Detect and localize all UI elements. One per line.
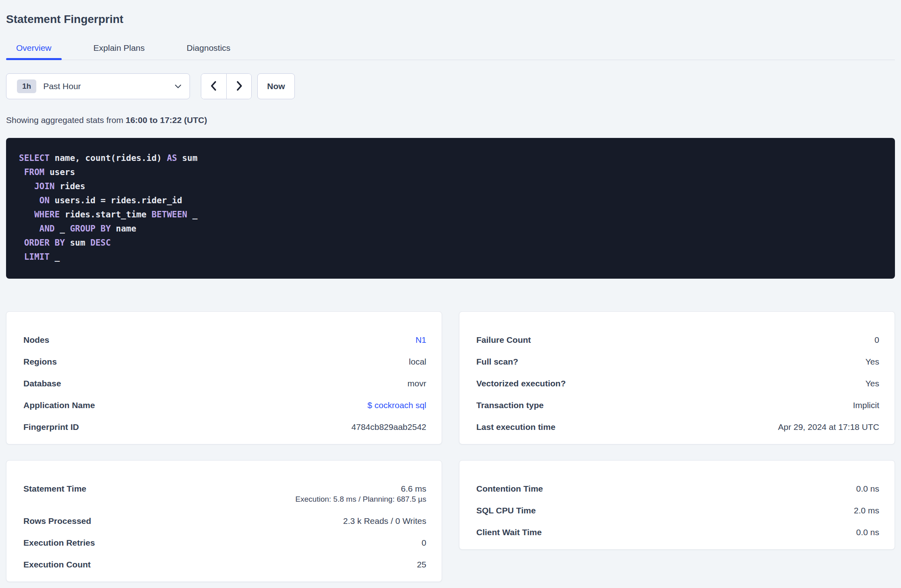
- tab-bar: OverviewExplain PlansDiagnostics: [6, 44, 895, 60]
- chevron-down-icon: [175, 84, 181, 89]
- time-nav-buttons: [201, 73, 252, 99]
- tab-overview[interactable]: Overview: [6, 44, 62, 60]
- sql-line: JOIN rides: [19, 179, 882, 194]
- metric-label: Nodes: [23, 334, 61, 345]
- metric-value: N1: [415, 334, 426, 345]
- metric-label: Vectorized execution?: [476, 378, 578, 389]
- prev-time-button[interactable]: [201, 74, 226, 99]
- metric-row-last-execution-time: Last execution timeApr 29, 2024 at 17:18…: [476, 421, 879, 432]
- metric-row-contention-time: Contention Time0.0 ns: [476, 483, 879, 494]
- time-range-badge: 1h: [17, 79, 36, 93]
- tab-explain-plans[interactable]: Explain Plans: [83, 44, 155, 60]
- now-button[interactable]: Now: [257, 73, 295, 99]
- metric-label: Regions: [23, 356, 69, 367]
- metric-label: Client Wait Time: [476, 527, 554, 538]
- metric-label: Fingerprint ID: [23, 421, 91, 432]
- metric-value: movr: [407, 378, 426, 389]
- metric-row-execution-retries: Execution Retries0: [23, 537, 426, 548]
- metric-row-statement-time: Statement Time6.6 msExecution: 5.8 ms / …: [23, 483, 426, 505]
- metric-value-text: 6.6 ms: [401, 484, 426, 493]
- metric-label: Execution Count: [23, 559, 103, 570]
- summary-cards-grid: NodesN1RegionslocalDatabasemovrApplicati…: [6, 311, 895, 582]
- metric-row-vectorized-execution: Vectorized execution?Yes: [476, 378, 879, 389]
- metric-label: Contention Time: [476, 483, 555, 494]
- metric-label: Transaction type: [476, 400, 556, 411]
- metric-label: SQL CPU Time: [476, 505, 548, 516]
- metric-value-text: 25: [417, 560, 426, 569]
- statement-fingerprint-page: Statement Fingerprint OverviewExplain Pl…: [0, 0, 901, 582]
- chevron-right-icon: [235, 80, 244, 93]
- sql-statement-box: SELECT name, count(rides.id) AS sum FROM…: [6, 138, 895, 279]
- nodes-link[interactable]: N1: [415, 335, 426, 344]
- metric-value: Apr 29, 2024 at 17:18 UTC: [778, 421, 879, 432]
- time-range-label: Past Hour: [43, 81, 81, 91]
- sql-line: LIMIT _: [19, 250, 882, 264]
- metric-row-transaction-type: Transaction typeImplicit: [476, 400, 879, 411]
- metric-value: Yes: [866, 356, 879, 367]
- metric-value: Yes: [866, 378, 879, 389]
- sql-line: SELECT name, count(rides.id) AS sum: [19, 151, 882, 165]
- metric-value-text: Yes: [866, 357, 879, 366]
- metric-label: Full scan?: [476, 356, 530, 367]
- time-range-picker[interactable]: 1h Past Hour: [6, 73, 190, 99]
- metric-value-text: Yes: [866, 379, 879, 388]
- metric-label: Application Name: [23, 400, 107, 411]
- metric-value-text: 2.0 ms: [854, 506, 879, 515]
- metric-value: 0: [874, 334, 879, 345]
- metric-value: 2.3 k Reads / 0 Writes: [343, 515, 426, 526]
- metric-value: 6.6 msExecution: 5.8 ms / Planning: 687.…: [295, 483, 426, 505]
- metric-value-text: 0: [421, 538, 426, 547]
- sql-line: FROM users: [19, 165, 882, 179]
- metric-value-text: 0.0 ns: [856, 528, 879, 537]
- metric-row-fingerprint-id: Fingerprint ID4784cb829aab2542: [23, 421, 426, 432]
- sql-line: ON users.id = rides.rider_id: [19, 194, 882, 208]
- metric-row-nodes: NodesN1: [23, 334, 426, 345]
- metric-row-database: Databasemovr: [23, 378, 426, 389]
- aggregated-stats-line: Showing aggregated stats from 16:00 to 1…: [6, 115, 895, 125]
- statement-timing-card: Statement Time6.6 msExecution: 5.8 ms / …: [6, 460, 442, 582]
- application-name-link[interactable]: $ cockroach sql: [367, 400, 426, 410]
- metric-label: Last execution time: [476, 421, 567, 432]
- metric-value: 0: [421, 537, 426, 548]
- metric-value: Implicit: [853, 400, 879, 411]
- wait-time-card: Contention Time0.0 nsSQL CPU Time2.0 msC…: [459, 460, 895, 550]
- metric-row-failure-count: Failure Count0: [476, 334, 879, 345]
- metric-row-sql-cpu-time: SQL CPU Time2.0 ms: [476, 505, 879, 516]
- metric-label: Statement Time: [23, 483, 98, 494]
- metric-value-text: 0: [874, 335, 879, 344]
- metric-value-text: 0.0 ns: [856, 484, 879, 493]
- metric-row-application-name: Application Name$ cockroach sql: [23, 400, 426, 411]
- metric-value-text: Implicit: [853, 400, 879, 410]
- metric-label: Failure Count: [476, 334, 543, 345]
- execution-attributes-card: Failure Count0Full scan?YesVectorized ex…: [459, 311, 895, 444]
- metric-subtext: Execution: 5.8 ms / Planning: 687.5 µs: [295, 494, 426, 505]
- metric-row-rows-processed: Rows Processed2.3 k Reads / 0 Writes: [23, 515, 426, 526]
- chevron-left-icon: [209, 80, 218, 93]
- metric-row-execution-count: Execution Count25: [23, 559, 426, 570]
- metric-value-text: 4784cb829aab2542: [351, 422, 426, 432]
- statement-details-card: NodesN1RegionslocalDatabasemovrApplicati…: [6, 311, 442, 444]
- next-time-button[interactable]: [226, 74, 251, 99]
- metric-value: 2.0 ms: [854, 505, 879, 516]
- metric-value: 0.0 ns: [856, 527, 879, 538]
- metric-label: Database: [23, 378, 73, 389]
- metric-row-regions: Regionslocal: [23, 356, 426, 367]
- metric-row-client-wait-time: Client Wait Time0.0 ns: [476, 527, 879, 538]
- page-title: Statement Fingerprint: [6, 11, 895, 27]
- metric-value: $ cockroach sql: [367, 400, 426, 411]
- metric-value-text: Apr 29, 2024 at 17:18 UTC: [778, 422, 879, 432]
- metric-value-text: 2.3 k Reads / 0 Writes: [343, 516, 426, 525]
- metric-row-full-scan: Full scan?Yes: [476, 356, 879, 367]
- tab-diagnostics[interactable]: Diagnostics: [177, 44, 241, 60]
- metric-value: 25: [417, 559, 426, 570]
- sql-line: ORDER BY sum DESC: [19, 236, 882, 250]
- time-toolbar: 1h Past Hour Now: [6, 73, 895, 99]
- metric-label: Rows Processed: [23, 515, 103, 526]
- stats-line-range: 16:00 to 17:22 (UTC): [126, 115, 207, 125]
- sql-line: WHERE rides.start_time BETWEEN _: [19, 208, 882, 222]
- metric-value: 4784cb829aab2542: [351, 421, 426, 432]
- sql-line: AND _ GROUP BY name: [19, 222, 882, 236]
- metric-value-text: local: [409, 357, 426, 366]
- metric-label: Execution Retries: [23, 537, 107, 548]
- metric-value: local: [409, 356, 426, 367]
